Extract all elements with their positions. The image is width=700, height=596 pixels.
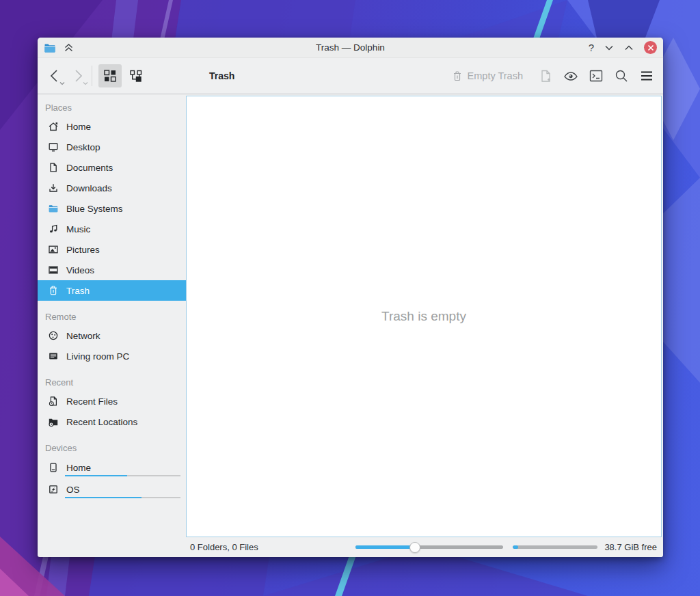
sidebar-item-pictures[interactable]: Pictures [38, 239, 186, 260]
section-header-recent: Recent [38, 375, 186, 391]
minimize-button[interactable] [604, 44, 614, 51]
device-usage-bar [65, 497, 180, 498]
sidebar-item-label: Recent Files [66, 396, 118, 407]
help-button[interactable]: ? [589, 42, 594, 53]
sidebar-item-living-room-pc[interactable]: Living room PC [38, 346, 186, 366]
terminal-panel-button[interactable] [588, 68, 604, 84]
sidebar-item-label: Trash [66, 286, 90, 296]
dolphin-window: Trash — Dolphin ? [38, 38, 663, 557]
sidebar-item-downloads[interactable]: Downloads [38, 178, 186, 198]
computer-icon [48, 351, 59, 362]
sidebar-item-label: Documents [66, 163, 113, 173]
video-icon [48, 265, 59, 275]
sidebar-item-label: Home [66, 122, 91, 132]
sidebar-item-label: Pictures [66, 245, 100, 255]
blue-folder-icon [48, 203, 59, 214]
sidebar-item-label: Desktop [66, 142, 100, 152]
sidebar-item-recent-locations[interactable]: Recent Locations [38, 411, 186, 432]
home-icon [48, 121, 59, 132]
picture-icon [48, 244, 59, 255]
chevron-double-up-icon[interactable] [63, 42, 75, 53]
toolbar-separator [92, 66, 92, 86]
back-dropdown-icon [59, 81, 65, 85]
sidebar-item-label: Recent Locations [66, 417, 137, 427]
titlebar[interactable]: Trash — Dolphin ? [38, 38, 663, 58]
empty-trash-icon [452, 70, 463, 82]
sidebar-item-home[interactable]: Home [38, 116, 186, 137]
items-summary: 0 Folders, 0 Files [190, 542, 258, 552]
statusbar: 0 Folders, 0 Files 38.7 GiB free [186, 537, 662, 557]
network-icon [48, 330, 59, 341]
sidebar-item-music[interactable]: Music [38, 219, 186, 239]
section-header-remote: Remote [38, 309, 186, 325]
sidebar-item-label: Blue Systems [66, 204, 123, 214]
sidebar-item-label: Videos [66, 265, 94, 275]
window-folder-icon [44, 42, 56, 54]
sidebar-item-recent-files[interactable]: Recent Files [38, 391, 186, 411]
music-icon [48, 224, 59, 234]
menu-button[interactable] [638, 68, 655, 84]
recent-file-icon [48, 396, 59, 407]
hard-drive-icon [48, 462, 59, 473]
search-button[interactable] [613, 68, 630, 84]
window-title: Trash — Dolphin [38, 42, 663, 53]
empty-folder-message: Trash is empty [381, 309, 466, 324]
places-panel: Places Home Desktop Documents [38, 94, 186, 557]
trash-icon [48, 285, 59, 296]
tree-view-button[interactable] [124, 64, 148, 87]
sidebar-item-desktop[interactable]: Desktop [38, 137, 186, 157]
maximize-button[interactable] [624, 44, 634, 51]
location-label: Trash [209, 70, 234, 81]
sidebar-item-label: Music [66, 224, 90, 234]
sidebar-item-blue-systems[interactable]: Blue Systems [38, 198, 186, 219]
sidebar-item-device-os[interactable]: OS [38, 478, 186, 500]
forward-dropdown-icon [83, 81, 88, 85]
sidebar-item-videos[interactable]: Videos [38, 260, 186, 280]
forward-button[interactable] [69, 66, 87, 86]
sidebar-item-label: OS [66, 485, 80, 495]
search-icon [615, 69, 628, 83]
sidebar-item-label: Home [66, 463, 91, 473]
disk-capacity-bar [513, 545, 597, 549]
sidebar-item-label: Living room PC [66, 351, 129, 362]
hamburger-icon [640, 70, 654, 81]
close-button[interactable] [644, 41, 657, 54]
new-file-icon [539, 69, 552, 83]
icons-view-button[interactable] [98, 64, 122, 87]
desktop: { "colors": { "accent": "#3daee9", "wind… [0, 0, 700, 596]
document-icon [48, 162, 59, 173]
sidebar-item-network[interactable]: Network [38, 325, 186, 346]
sidebar-item-documents[interactable]: Documents [38, 157, 186, 178]
terminal-icon [589, 70, 603, 82]
preview-toggle-button[interactable] [563, 68, 579, 84]
sidebar-item-label: Network [66, 331, 100, 341]
device-usage-bar [65, 475, 180, 476]
download-icon [48, 182, 59, 193]
recent-folder-icon [48, 416, 59, 427]
os-drive-icon [48, 484, 59, 495]
back-button[interactable] [46, 66, 64, 86]
sidebar-item-trash[interactable]: Trash [38, 280, 186, 301]
eye-icon [563, 70, 578, 81]
create-new-button[interactable] [537, 68, 554, 84]
free-space-label: 38.7 GiB free [604, 542, 657, 552]
section-header-places: Places [38, 100, 186, 116]
desktop-icon [48, 141, 59, 152]
sidebar-item-label: Downloads [66, 183, 112, 193]
toolbar: Trash Empty Trash [38, 58, 663, 94]
zoom-slider-handle[interactable] [409, 542, 420, 553]
section-header-devices: Devices [38, 440, 186, 457]
sidebar-item-device-home[interactable]: Home [38, 457, 186, 478]
empty-trash-button[interactable]: Empty Trash [452, 70, 523, 82]
folder-view[interactable]: Trash is empty [186, 96, 662, 537]
zoom-slider[interactable] [355, 542, 503, 553]
